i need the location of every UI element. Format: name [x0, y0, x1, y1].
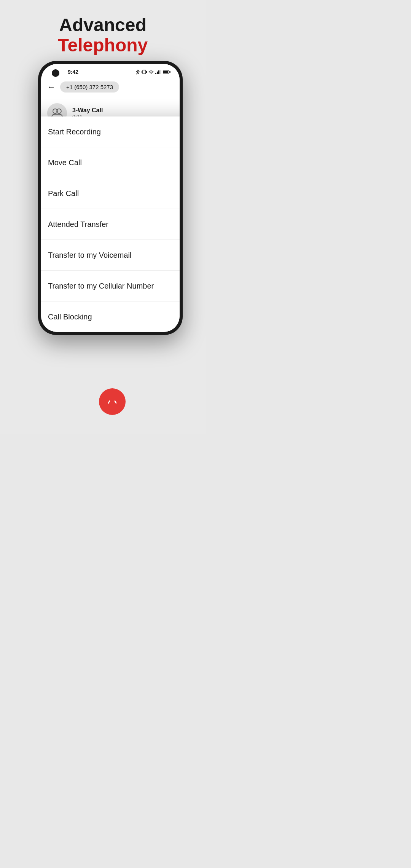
svg-rect-8 — [163, 71, 168, 73]
phone-number: +1 (650) 372 5273 — [60, 81, 119, 93]
svg-rect-4 — [157, 72, 158, 74]
end-call-icon — [107, 398, 118, 405]
menu-item-move-call[interactable]: Move Call — [41, 147, 180, 178]
svg-rect-1 — [142, 71, 142, 73]
menu-item-transfer-cellular[interactable]: Transfer to my Cellular Number — [41, 271, 180, 302]
title-line2: Telephony — [0, 35, 206, 56]
page-background: Advanced Telephony 9:42 — [0, 0, 206, 434]
svg-rect-0 — [143, 70, 146, 74]
phone-mockup: 9:42 — [38, 61, 183, 335]
menu-label-start-recording: Start Recording — [48, 128, 101, 136]
menu-label-attended-transfer: Attended Transfer — [48, 220, 108, 229]
wifi-icon — [148, 70, 154, 74]
call-name-group: 3-Way Call — [72, 107, 174, 114]
status-icons — [135, 69, 170, 75]
svg-rect-2 — [146, 71, 147, 73]
title-area: Advanced Telephony — [0, 0, 206, 63]
status-time: 9:42 — [68, 69, 78, 75]
svg-rect-6 — [160, 70, 161, 74]
svg-rect-5 — [158, 70, 159, 74]
svg-rect-9 — [169, 71, 170, 73]
back-button[interactable]: ← — [47, 82, 56, 92]
signal-icon — [155, 70, 161, 74]
menu-item-park-call[interactable]: P Park Call — [41, 178, 180, 209]
title-line1: Advanced — [0, 15, 206, 35]
menu-label-call-blocking: Call Blocking — [48, 313, 92, 321]
menu-item-call-blocking[interactable]: Call Blocking — [41, 302, 180, 332]
menu-label-move-call: Move Call — [48, 158, 82, 167]
svg-rect-3 — [155, 73, 156, 74]
vibrate-icon — [142, 69, 147, 75]
phone-header: ← +1 (650) 372 5273 — [41, 78, 180, 96]
menu-overlay: Start Recording Move Cal — [41, 116, 180, 332]
phone-screen: 9:42 — [41, 64, 180, 332]
status-bar: 9:42 — [41, 64, 180, 78]
camera-notch — [52, 69, 59, 77]
menu-label-transfer-voicemail: Transfer to my Voicemail — [48, 251, 131, 260]
bluetooth-icon — [135, 69, 140, 75]
svg-line-33 — [115, 401, 116, 403]
svg-line-32 — [108, 401, 110, 403]
menu-item-start-recording[interactable]: Start Recording — [41, 116, 180, 147]
menu-label-park-call: Park Call — [48, 189, 79, 198]
menu-item-attended-transfer[interactable]: Attended Transfer — [41, 209, 180, 240]
end-call-button[interactable] — [99, 388, 126, 415]
menu-item-transfer-voicemail[interactable]: Transfer to my Voicemail — [41, 240, 180, 271]
menu-label-transfer-cellular: Transfer to my Cellular Number — [48, 282, 154, 290]
battery-icon — [163, 70, 170, 74]
